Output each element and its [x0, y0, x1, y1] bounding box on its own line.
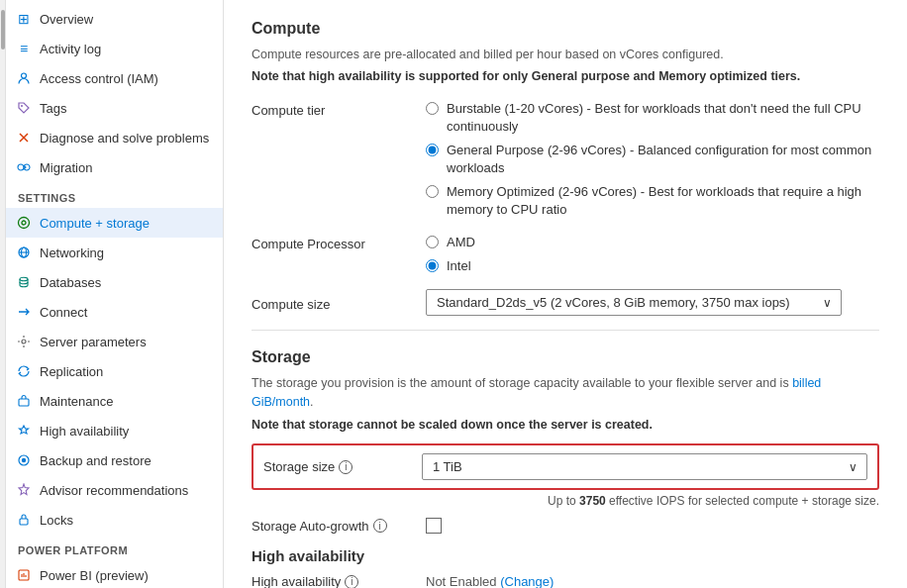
- grid-icon: ⊞: [16, 11, 32, 27]
- sidebar-item-label: Tags: [40, 101, 66, 116]
- storage-size-row: Storage size i 1 TiB: [252, 443, 879, 490]
- svg-point-0: [22, 73, 27, 78]
- sidebar-item-label: Connect: [40, 305, 87, 320]
- svg-point-12: [22, 340, 26, 343]
- sidebar-item-power-bi[interactable]: Power BI (preview): [6, 560, 223, 588]
- section-divider: [252, 330, 879, 331]
- sidebar-item-label: Backup and restore: [40, 453, 151, 468]
- ha-status-container: Not Enabled (Change): [426, 574, 554, 588]
- storage-billing-link[interactable]: billed GiB/month: [252, 376, 821, 409]
- ha-change-link[interactable]: (Change): [500, 574, 554, 588]
- sidebar-item-access-control[interactable]: Access control (IAM): [6, 63, 223, 93]
- tag-icon: [16, 100, 32, 116]
- sidebar-item-advisor[interactable]: Advisor recommendations: [6, 475, 223, 505]
- tier-option-memory[interactable]: Memory Optimized (2-96 vCores) - Best fo…: [426, 183, 879, 219]
- storage-size-select[interactable]: 1 TiB: [422, 453, 867, 480]
- svg-point-4: [18, 164, 24, 170]
- replication-icon: [16, 363, 32, 379]
- sidebar-scroll-thumb[interactable]: [1, 10, 5, 49]
- storage-info2-bold: Note that storage cannot be scaled down …: [252, 418, 653, 432]
- tier-radio-burstable[interactable]: [426, 102, 439, 115]
- wrench-icon: [16, 130, 32, 146]
- sidebar-item-label: Access control (IAM): [40, 71, 158, 86]
- sidebar-item-activity-log[interactable]: ≡ Activity log: [6, 34, 223, 63]
- processor-option-intel[interactable]: Intel: [426, 257, 879, 275]
- storage-section-title: Storage: [252, 348, 879, 366]
- tier-option-burstable[interactable]: Burstable (1-20 vCores) - Best for workl…: [426, 100, 879, 136]
- tier-option-general[interactable]: General Purpose (2-96 vCores) - Balanced…: [426, 142, 879, 177]
- sidebar-item-high-availability[interactable]: High availability: [6, 416, 223, 445]
- sidebar-item-label: Maintenance: [40, 394, 113, 409]
- storage-size-info-icon[interactable]: i: [339, 460, 353, 474]
- list-icon: ≡: [16, 41, 32, 56]
- sidebar-item-server-parameters[interactable]: Server parameters: [6, 327, 223, 356]
- main-content: Compute Compute resources are pre-alloca…: [224, 0, 907, 588]
- storage-autogrowth-info-icon[interactable]: i: [373, 519, 387, 533]
- advisor-icon: [16, 482, 32, 498]
- compute-size-label: Compute size: [252, 294, 410, 312]
- storage-autogrowth-row: Storage Auto-growth i: [252, 518, 879, 534]
- tier-radio-general[interactable]: [426, 144, 439, 156]
- sidebar-item-connect[interactable]: Connect: [6, 297, 223, 327]
- sidebar-item-replication[interactable]: Replication: [6, 356, 223, 386]
- svg-point-15: [22, 458, 26, 462]
- compute-size-row: Compute size Standard_D2ds_v5 (2 vCores,…: [252, 289, 879, 316]
- ha-section: High availability High availability i No…: [252, 547, 879, 588]
- sidebar-item-maintenance[interactable]: Maintenance: [6, 386, 223, 416]
- sidebar-item-compute-storage[interactable]: Compute + storage: [6, 208, 223, 238]
- sidebar-item-label: Migration: [40, 160, 92, 175]
- storage-size-label: Storage size i: [263, 459, 422, 474]
- storage-autogrowth-label: Storage Auto-growth i: [252, 519, 410, 534]
- compute-processor-controls: AMD Intel: [426, 234, 879, 275]
- processor-radio-intel[interactable]: [426, 259, 439, 272]
- storage-size-text: Storage size: [263, 459, 335, 474]
- compute-info2-bold: Note that high availability is supported…: [252, 69, 800, 83]
- tier-radio-memory[interactable]: [426, 185, 439, 198]
- compute-size-select[interactable]: Standard_D2ds_v5 (2 vCores, 8 GiB memory…: [426, 289, 842, 316]
- processor-option-amd[interactable]: AMD: [426, 234, 879, 251]
- sidebar-item-label: High availability: [40, 424, 129, 439]
- storage-autogrowth-text: Storage Auto-growth: [252, 519, 369, 534]
- backup-icon: [16, 452, 32, 468]
- compute-tier-row: Compute tier Burstable (1-20 vCores) - B…: [252, 100, 879, 220]
- compute-tier-label: Compute tier: [252, 100, 410, 118]
- sidebar-item-databases[interactable]: Databases: [6, 267, 223, 297]
- sidebar-item-networking[interactable]: Networking: [6, 238, 223, 267]
- processor-label-intel: Intel: [447, 257, 471, 275]
- sidebar-item-label: Activity log: [40, 42, 101, 56]
- sidebar-item-migration[interactable]: Migration: [6, 152, 223, 182]
- sidebar-item-label: Power BI (preview): [40, 568, 149, 583]
- ha-label: High availability i: [252, 574, 410, 588]
- sidebar-item-backup-restore[interactable]: Backup and restore: [6, 445, 223, 475]
- power-platform-section-label: Power Platform: [6, 535, 223, 560]
- processor-radio-amd[interactable]: [426, 236, 439, 248]
- ha-info-icon[interactable]: i: [345, 575, 358, 588]
- networking-icon: [16, 245, 32, 260]
- sidebar-item-label: Networking: [40, 245, 104, 260]
- compute-info2: Note that high availability is supported…: [252, 67, 879, 86]
- connect-icon: [16, 304, 32, 320]
- compute-tier-controls: Burstable (1-20 vCores) - Best for workl…: [426, 100, 879, 220]
- processor-label-amd: AMD: [447, 234, 475, 251]
- iops-number: 3750: [579, 494, 606, 508]
- svg-point-7: [22, 221, 26, 225]
- migrate-icon: [16, 159, 32, 175]
- storage-autogrowth-checkbox[interactable]: [426, 518, 442, 534]
- settings-section-label: Settings: [6, 182, 223, 208]
- sidebar-item-label: Replication: [40, 364, 103, 379]
- tier-label-general: General Purpose (2-96 vCores) - Balanced…: [447, 142, 879, 177]
- sidebar-item-overview[interactable]: ⊞ Overview: [6, 4, 223, 34]
- sidebar-item-locks[interactable]: Locks: [6, 505, 223, 535]
- maintenance-icon: [16, 393, 32, 409]
- compute-info1: Compute resources are pre-allocated and …: [252, 46, 879, 64]
- compute-size-dropdown-wrapper[interactable]: Standard_D2ds_v5 (2 vCores, 8 GiB memory…: [426, 289, 842, 316]
- sidebar-item-diagnose[interactable]: Diagnose and solve problems: [6, 123, 223, 152]
- storage-info2: Note that storage cannot be scaled down …: [252, 416, 879, 435]
- compute-section-title: Compute: [252, 20, 879, 38]
- ha-section-title: High availability: [252, 547, 879, 564]
- ha-row: High availability i Not Enabled (Change): [252, 574, 879, 588]
- svg-point-5: [24, 164, 30, 170]
- storage-size-dropdown-wrapper[interactable]: 1 TiB: [422, 453, 867, 480]
- sidebar-item-tags[interactable]: Tags: [6, 93, 223, 123]
- storage-section: Storage The storage you provision is the…: [252, 348, 879, 534]
